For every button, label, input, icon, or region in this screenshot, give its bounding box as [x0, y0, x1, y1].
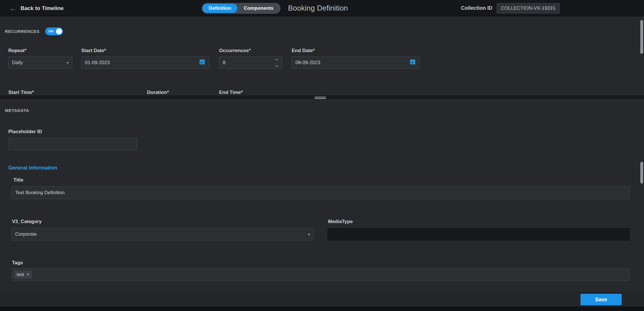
- splitter-handle[interactable]: [315, 97, 326, 99]
- v3-category-select[interactable]: Corporate ▾: [11, 228, 314, 241]
- start-date-label: Start Date*: [81, 48, 106, 54]
- tag-remove-icon[interactable]: ×: [27, 272, 29, 277]
- repeat-select[interactable]: Daily ▾: [8, 56, 72, 69]
- mediatype-input[interactable]: [327, 228, 630, 241]
- bottom-strip: [0, 307, 644, 311]
- scrollbar-thumb-lower[interactable]: [640, 162, 643, 184]
- recurrences-toggle[interactable]: ON: [45, 27, 63, 35]
- end-time-label: End Time*: [219, 90, 243, 95]
- title-label: Title: [13, 177, 23, 183]
- duration-label: Duration*: [147, 90, 169, 95]
- page-title: Booking Definition: [288, 0, 348, 16]
- end-date-value: 08-09-2023: [295, 60, 320, 66]
- start-time-label: Start Time*: [8, 90, 34, 95]
- recurrences-header: RECURRENCES ON: [5, 27, 63, 35]
- back-arrow-icon: ←: [9, 5, 17, 12]
- save-button[interactable]: Save: [581, 294, 622, 305]
- tag-chip-text: test: [17, 272, 24, 277]
- chevron-down-icon: ▾: [308, 232, 310, 236]
- view-tab-group: Definition Components: [202, 3, 281, 14]
- occurrences-input[interactable]: 8: [219, 56, 282, 69]
- v3-category-label: V3_Category: [12, 219, 42, 225]
- v3-category-value: Corporate: [15, 231, 37, 237]
- footer-bar: Save: [0, 292, 644, 307]
- toggle-knob: [56, 28, 62, 34]
- metadata-panel: METADATA Placeholder ID General Informat…: [0, 100, 644, 292]
- tags-input[interactable]: test ×: [11, 268, 630, 281]
- recurrences-panel: RECURRENCES ON Repeat* Start Date* Occur…: [0, 16, 644, 96]
- tag-chip: test ×: [14, 270, 32, 279]
- calendar-icon[interactable]: [199, 58, 206, 67]
- mediatype-label: MediaType: [328, 219, 353, 225]
- scrollbar-thumb-upper[interactable]: [640, 20, 643, 54]
- placeholder-id-label: Placeholder ID: [8, 129, 42, 135]
- end-date-label: End Date*: [292, 48, 315, 54]
- panel-splitter[interactable]: [0, 96, 644, 100]
- placeholder-id-input[interactable]: [8, 138, 137, 150]
- metadata-heading: METADATA: [5, 108, 29, 113]
- title-input[interactable]: [11, 186, 630, 199]
- general-information-heading: General Information: [8, 165, 57, 171]
- collection-id-group: Collection ID COLLECTION-VX-19315: [461, 0, 560, 16]
- collection-id-value: COLLECTION-VX-19315: [496, 3, 560, 14]
- chevron-down-icon: ▾: [67, 61, 69, 65]
- spinner-down-icon[interactable]: [275, 63, 279, 69]
- occurrences-value: 8: [223, 60, 225, 66]
- number-spinner: [275, 56, 279, 69]
- repeat-value: Daily: [12, 60, 23, 66]
- occurrences-label: Occurrences*: [219, 48, 251, 54]
- collection-id-label: Collection ID: [461, 5, 492, 11]
- start-date-value: 01-09-2023: [85, 60, 110, 66]
- start-date-input[interactable]: 01-09-2023: [81, 56, 209, 69]
- repeat-label: Repeat*: [8, 48, 26, 54]
- calendar-icon[interactable]: [409, 58, 416, 67]
- tab-components[interactable]: Components: [237, 4, 280, 13]
- tags-label: Tags: [12, 260, 23, 266]
- back-to-timeline-button[interactable]: ← Back to Timeline: [9, 0, 64, 16]
- end-date-input[interactable]: 08-09-2023: [292, 56, 420, 69]
- recurrences-heading: RECURRENCES: [5, 29, 39, 34]
- back-to-timeline-label: Back to Timeline: [21, 5, 64, 11]
- spinner-up-icon[interactable]: [275, 56, 279, 62]
- toggle-state-label: ON: [48, 29, 53, 33]
- top-bar: ← Back to Timeline Definition Components…: [0, 0, 644, 16]
- tab-definition[interactable]: Definition: [202, 4, 237, 13]
